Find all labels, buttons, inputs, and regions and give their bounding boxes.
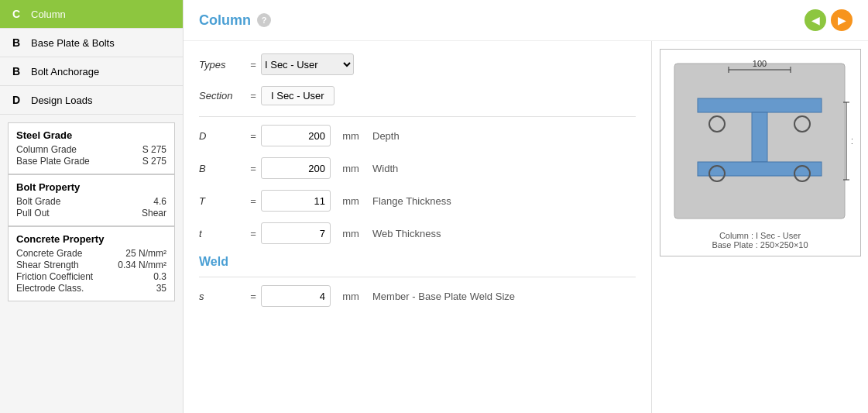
diagram-section: 100 125 <box>651 41 868 413</box>
info-boxes: Steel Grade Column Grade S 275 Base Plat… <box>0 115 183 309</box>
field-D-row: D = mm Depth <box>199 125 636 146</box>
field-t-desc: Web Thickness <box>372 228 441 239</box>
types-label: Types <box>199 59 245 71</box>
electrode-class-row: Electrode Class. 35 <box>16 283 166 294</box>
field-s-unit: mm <box>335 291 366 302</box>
sidebar-label-column: Column <box>31 9 66 20</box>
section-button[interactable]: I Sec - User <box>261 86 335 105</box>
form-section: Types = I Sec - User I Sec - Standard Ot… <box>184 41 651 413</box>
field-s-eq: = <box>245 291 261 302</box>
pull-out-label: Pull Out <box>16 208 50 219</box>
sidebar-item-column[interactable]: CColumn <box>0 0 183 29</box>
svg-rect-10 <box>752 112 767 162</box>
field-T-unit: mm <box>335 195 366 207</box>
shear-strength-label: Shear Strength <box>16 260 79 270</box>
field-D-unit: mm <box>335 130 366 142</box>
steel-grade-val-0: S 275 <box>142 144 166 155</box>
steel-grade-val-1: S 275 <box>142 156 166 167</box>
field-t-unit: mm <box>335 228 366 239</box>
pull-out-val: Shear <box>142 208 166 219</box>
main-header: Column ? ◀ ▶ <box>184 0 868 41</box>
concrete-grade-val: 25 N/mm² <box>125 248 166 259</box>
concrete-property-box: Concrete Property Concrete Grade 25 N/mm… <box>8 226 175 301</box>
field-D-desc: Depth <box>372 130 400 142</box>
types-select[interactable]: I Sec - User I Sec - Standard Other <box>261 53 354 75</box>
svg-text:125: 125 <box>851 136 853 146</box>
field-T-desc: Flange Thickness <box>372 195 451 207</box>
next-button[interactable]: ▶ <box>831 9 853 31</box>
bolt-property-box: Bolt Property Bolt Grade 4.6 Pull Out Sh… <box>8 174 175 226</box>
field-D-eq: = <box>245 130 261 142</box>
sidebar-icon-bolt-anchorage: B <box>9 65 23 77</box>
concrete-grade-label: Concrete Grade <box>16 248 82 259</box>
sidebar-item-bolt-anchorage[interactable]: BBolt Anchorage <box>0 57 183 86</box>
caption-line2: Base Plate : 250×250×10 <box>667 240 854 250</box>
electrode-class-val: 35 <box>156 283 166 294</box>
steel-grade-title: Steel Grade <box>16 129 166 141</box>
shear-strength-val: 0.34 N/mm² <box>118 260 166 270</box>
section-label: Section <box>199 90 245 102</box>
types-eq: = <box>245 59 261 71</box>
svg-text:100: 100 <box>752 59 766 68</box>
sidebar-label-base-plate-bolts: Base Plate & Bolts <box>31 37 115 49</box>
field-s-input[interactable] <box>261 285 331 307</box>
field-B-input[interactable] <box>261 157 331 179</box>
field-B-unit: mm <box>335 163 366 174</box>
field-B-desc: Width <box>372 163 398 174</box>
section-eq: = <box>245 90 261 102</box>
field-D-input[interactable] <box>261 125 331 146</box>
steel-grade-row-1: Base Plate Grade S 275 <box>16 156 166 167</box>
sidebar-item-base-plate-bolts[interactable]: BBase Plate & Bolts <box>0 29 183 57</box>
sidebar: CColumnBBase Plate & BoltsBBolt Anchorag… <box>0 0 184 413</box>
steel-grade-box: Steel Grade Column Grade S 275 Base Plat… <box>8 122 175 174</box>
sidebar-item-design-loads[interactable]: DDesign Loads <box>0 86 183 115</box>
main-title-area: Column ? <box>199 12 271 29</box>
types-row: Types = I Sec - User I Sec - Standard Ot… <box>199 53 636 75</box>
nav-arrows: ◀ ▶ <box>805 9 853 31</box>
concrete-grade-row: Concrete Grade 25 N/mm² <box>16 248 166 259</box>
diagram-container: 100 125 <box>660 49 861 256</box>
bolt-grade-val: 4.6 <box>153 196 166 207</box>
svg-rect-9 <box>698 98 822 112</box>
field-T-eq: = <box>245 195 261 207</box>
section-svg: 100 125 <box>667 56 853 226</box>
bolt-property-title: Bolt Property <box>16 181 166 193</box>
sidebar-icon-design-loads: D <box>9 94 23 106</box>
field-s-row: s = mm Member - Base Plate Weld Size <box>199 285 636 307</box>
caption-line1: Column : I Sec - User <box>667 231 854 240</box>
bolt-grade-row: Bolt Grade 4.6 <box>16 196 166 207</box>
field-T-label: T <box>199 195 245 207</box>
bolt-grade-label: Bolt Grade <box>16 196 60 207</box>
concrete-property-title: Concrete Property <box>16 233 166 245</box>
pull-out-row: Pull Out Shear <box>16 208 166 219</box>
sidebar-label-design-loads: Design Loads <box>31 95 93 106</box>
content-area: Types = I Sec - User I Sec - Standard Ot… <box>184 41 868 413</box>
prev-button[interactable]: ◀ <box>805 9 826 31</box>
sidebar-icon-column: C <box>9 8 23 20</box>
field-D-label: D <box>199 130 245 142</box>
shear-strength-row: Shear Strength 0.34 N/mm² <box>16 260 166 270</box>
field-t-eq: = <box>245 228 261 239</box>
field-B-label: B <box>199 163 245 174</box>
field-t-label: t <box>199 228 245 239</box>
steel-grade-label-0: Column Grade <box>16 144 77 155</box>
friction-coeff-row: Friction Coefficient 0.3 <box>16 271 166 282</box>
friction-coeff-val: 0.3 <box>153 271 166 282</box>
field-s-label: s <box>199 291 245 302</box>
field-B-row: B = mm Width <box>199 157 636 179</box>
electrode-class-label: Electrode Class. <box>16 283 84 294</box>
steel-grade-label-1: Base Plate Grade <box>16 156 90 167</box>
field-t-row: t = mm Web Thickness <box>199 222 636 244</box>
steel-grade-row-0: Column Grade S 275 <box>16 144 166 155</box>
field-t-input[interactable] <box>261 222 331 244</box>
field-T-input[interactable] <box>261 190 331 212</box>
field-B-eq: = <box>245 163 261 174</box>
field-s-desc: Member - Base Plate Weld Size <box>372 291 515 302</box>
weld-section-title: Weld <box>199 255 636 269</box>
friction-coeff-label: Friction Coefficient <box>16 271 93 282</box>
help-icon[interactable]: ? <box>257 13 271 27</box>
main-panel: Column ? ◀ ▶ Types = I Sec - User I Sec … <box>184 0 868 413</box>
sidebar-icon-base-plate-bolts: B <box>9 36 23 49</box>
section-row: Section = I Sec - User <box>199 86 636 105</box>
page-title: Column <box>199 12 251 29</box>
